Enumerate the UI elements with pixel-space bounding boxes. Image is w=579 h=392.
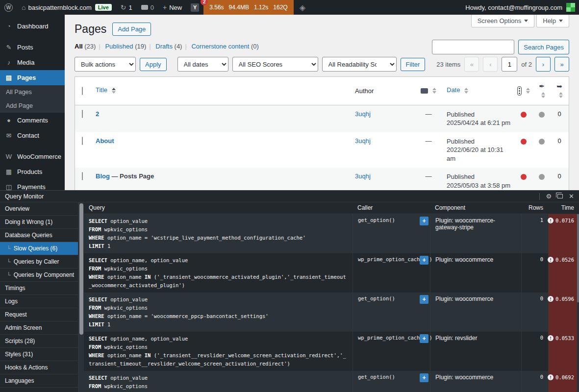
page-title-link[interactable]: 2 xyxy=(96,110,99,118)
sidebar-item[interactable]: ● Comments xyxy=(0,113,65,128)
page-title-link[interactable]: About xyxy=(96,137,114,145)
internal-links-count: 0 xyxy=(550,168,569,185)
dates-filter-select[interactable]: All dates xyxy=(177,57,228,72)
sidebar-item[interactable]: ✎ Posts xyxy=(0,40,65,55)
next-page-button[interactable]: › xyxy=(536,57,551,72)
expand-caller-button[interactable]: + xyxy=(420,256,428,265)
qm-nav-item[interactable]: └ Logs xyxy=(0,295,78,308)
qm-nav-item[interactable]: └ Languages xyxy=(0,374,78,388)
internal-links-column-sort[interactable]: ➥ xyxy=(550,77,569,105)
readability-column-sort[interactable]: ✒ xyxy=(533,77,550,105)
filter-button[interactable]: Filter xyxy=(401,58,426,71)
date-column-sort[interactable]: Date xyxy=(447,87,460,94)
qm-nav-item[interactable]: └ Styles (31) xyxy=(0,348,78,361)
qm-settings-gear-icon[interactable]: ⚙ xyxy=(546,193,552,199)
qm-nav-item[interactable]: └ Timings xyxy=(0,282,78,295)
qm-nav-item[interactable]: └ Hooks & Actions xyxy=(0,361,78,374)
screen-options-tab[interactable]: Screen Options xyxy=(471,15,535,27)
seo-score-column-sort[interactable] xyxy=(514,81,533,100)
qm-nav-item[interactable]: └ Overview xyxy=(0,202,78,216)
qm-nav-item[interactable]: └ Queries by Component xyxy=(0,269,78,282)
readability-scores-filter-select[interactable]: All Readability Scores xyxy=(322,57,397,72)
sidebar-item[interactable]: ✉ Contact xyxy=(0,128,65,143)
howdy-account-menu[interactable]: Howdy, contact@muffingroup.com xyxy=(465,4,562,11)
qm-nav-item[interactable]: └ Slow Queries (6) xyxy=(0,242,78,255)
expand-caller-button[interactable]: + xyxy=(420,373,428,382)
avatar[interactable] xyxy=(566,3,575,12)
view-count: (23) xyxy=(84,43,96,50)
site-menu[interactable]: ⌂ basicpatternblock.com Live xyxy=(17,0,116,15)
query-monitor-stats[interactable]: 3.56s 94.4MB 1.12s 162Q xyxy=(203,0,293,15)
qm-scrollbar-thumb[interactable] xyxy=(79,203,83,335)
qm-nav-item[interactable]: └ Admin Screen xyxy=(0,321,78,335)
comments-value: — xyxy=(413,105,444,122)
page-title-link[interactable]: Blog xyxy=(96,172,110,180)
qm-nav-scrollbar[interactable] xyxy=(78,202,84,392)
sidebar-item[interactable]: ▤ Pages xyxy=(0,70,65,85)
table-row: 2 3uqhj — Published 2025/04/24 at 6:21 p… xyxy=(75,105,569,132)
yoast-menu[interactable]: Y 2 xyxy=(186,0,203,15)
qm-nav-menu: └ Overview └ Doing it Wrong (1) └ Databa… xyxy=(0,202,78,392)
author-link[interactable]: 3uqhj xyxy=(355,110,371,118)
seo-scores-filter-select[interactable]: All SEO Scores xyxy=(232,57,318,72)
previous-page-button[interactable]: ‹ xyxy=(483,57,498,72)
component-name: Plugin: woocommerce-gateway-stripe xyxy=(430,214,521,253)
qm-query-row: SELECT option_value FROM wpkvic_options … xyxy=(84,371,579,392)
title-column-sort[interactable]: Title xyxy=(96,87,107,94)
add-page-button[interactable]: Add Page xyxy=(112,23,151,36)
view-link[interactable]: All xyxy=(75,43,83,50)
rows-count: 0 xyxy=(521,371,548,392)
view-separator: | xyxy=(185,43,186,50)
search-input[interactable] xyxy=(432,40,514,54)
first-page-button[interactable]: « xyxy=(464,57,479,72)
qm-title-bar[interactable]: Query Monitor ⚙ ✕ xyxy=(0,191,579,202)
expand-caller-button[interactable]: + xyxy=(420,217,428,225)
sidebar-item[interactable]: Add Page xyxy=(0,99,65,113)
current-page-input[interactable] xyxy=(502,57,517,72)
readability-score-dot xyxy=(539,112,545,118)
apply-button[interactable]: Apply xyxy=(140,58,167,71)
qm-toggle-position-icon[interactable] xyxy=(557,194,563,198)
revslider-icon[interactable]: ◈ xyxy=(294,3,311,12)
comments-menu[interactable]: 0 xyxy=(137,0,158,15)
seo-score-dot xyxy=(521,112,527,118)
search-pages-button[interactable]: Search Pages xyxy=(518,40,569,54)
qm-nav-item[interactable]: └ Database Queries xyxy=(0,229,78,242)
row-checkbox[interactable] xyxy=(82,137,83,145)
expand-caller-button[interactable]: + xyxy=(420,334,428,343)
wp-logo-menu[interactable]: W xyxy=(0,0,17,15)
help-tab[interactable]: Help xyxy=(536,15,569,27)
updates-menu[interactable]: ↻ 1 xyxy=(116,0,137,15)
sidebar-item[interactable]: W WooCommerce xyxy=(0,149,65,164)
query-time-cell: ! 0.0596 xyxy=(548,293,579,332)
sidebar-item[interactable]: ♪ Media xyxy=(0,55,65,70)
row-checkbox[interactable] xyxy=(82,172,83,180)
last-page-button[interactable]: » xyxy=(554,57,569,72)
view-link[interactable]: Drafts xyxy=(155,43,173,50)
new-content-menu[interactable]: + New xyxy=(158,0,186,15)
author-link[interactable]: 3uqhj xyxy=(355,137,371,145)
expand-caller-button[interactable]: + xyxy=(420,295,428,304)
qm-nav-item[interactable]: └ Request xyxy=(0,308,78,321)
bulk-actions-select[interactable]: Bulk actions xyxy=(75,57,136,72)
view-link[interactable]: Cornerstone content xyxy=(191,43,249,50)
qm-nav-label: Overview xyxy=(5,205,29,212)
qm-table-scrollbar-thumb[interactable] xyxy=(577,214,579,302)
comments-column-sort[interactable] xyxy=(413,81,444,100)
chevron-down-icon xyxy=(524,20,528,24)
row-checkbox[interactable] xyxy=(82,110,83,118)
sidebar-item[interactable]: ◔ Dashboard xyxy=(0,19,65,34)
sidebar-item[interactable]: All Pages xyxy=(0,85,65,99)
select-all-checkbox[interactable] xyxy=(82,87,83,95)
sidebar-item-label: WooCommerce xyxy=(17,153,61,160)
qm-memory: 94.4MB xyxy=(229,4,249,11)
qm-table-scrollbar[interactable] xyxy=(577,214,579,392)
view-count: (0) xyxy=(251,43,259,50)
qm-nav-item[interactable]: └ Scripts (28) xyxy=(0,335,78,348)
view-link[interactable]: Published xyxy=(105,43,133,50)
sidebar-item[interactable]: ▦ Products xyxy=(0,164,65,179)
author-link[interactable]: 3uqhj xyxy=(355,172,371,180)
qm-nav-item[interactable]: └ Queries by Caller xyxy=(0,255,78,269)
qm-nav-item[interactable]: └ Doing it Wrong (1) xyxy=(0,216,78,229)
qm-close-icon[interactable]: ✕ xyxy=(569,193,574,199)
